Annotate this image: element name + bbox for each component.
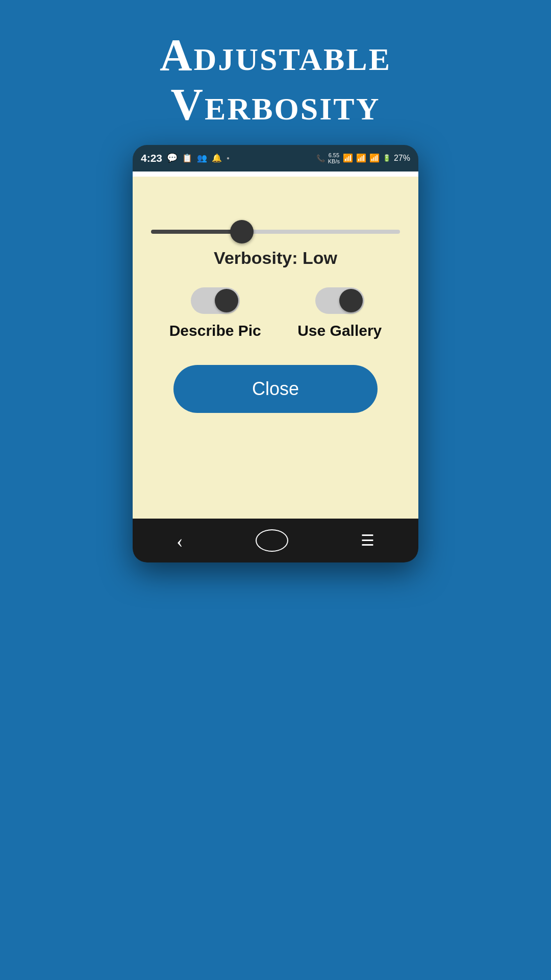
verbosity-label: Verbosity: Low	[214, 248, 337, 268]
dot-icon: ●	[227, 155, 230, 161]
whatsapp-icon: 💬	[167, 153, 178, 163]
speed-display: 6.55 KB/s	[328, 152, 340, 164]
use-gallery-toggle[interactable]	[315, 287, 364, 314]
use-gallery-label: Use Gallery	[297, 322, 382, 339]
status-time: 4:23	[141, 152, 162, 164]
title-section: Adjustable Verbosity	[0, 0, 551, 145]
describe-pic-knob	[215, 289, 238, 312]
describe-pic-toggle-item: Describe Pic	[169, 287, 261, 339]
teams-icon: 👥	[197, 153, 207, 163]
battery-icon: 🔋	[383, 154, 391, 162]
toggles-section: Describe Pic Use Gallery	[151, 287, 400, 339]
status-bar-left: 4:23 💬 📋 👥 🔔 ●	[141, 152, 230, 164]
calendar-icon: 📋	[182, 153, 192, 163]
close-button[interactable]: Close	[173, 365, 378, 413]
phone-mockup: 4:23 💬 📋 👥 🔔 ● 📞 6.55 KB/s 📶 📶 📶 🔋 27%	[133, 145, 418, 562]
use-gallery-toggle-item: Use Gallery	[297, 287, 382, 339]
page-wrapper: Adjustable Verbosity 4:23 💬 📋 👥 🔔 ● 📞 6.…	[0, 0, 551, 980]
status-bar: 4:23 💬 📋 👥 🔔 ● 📞 6.55 KB/s 📶 📶 📶 🔋 27%	[133, 145, 418, 172]
page-title: Adjustable Verbosity	[31, 31, 520, 130]
signal-icon: 📶	[356, 153, 366, 163]
back-button[interactable]: ‹	[161, 524, 198, 557]
describe-pic-label: Describe Pic	[169, 322, 261, 339]
bottom-blue-space	[0, 562, 551, 980]
use-gallery-knob	[339, 289, 363, 312]
app-content: Verbosity: Low Describe Pic Use Gallery	[133, 177, 418, 519]
verbosity-slider[interactable]	[151, 230, 400, 234]
slider-wrapper	[151, 222, 400, 241]
slider-section: Verbosity: Low	[151, 222, 400, 268]
status-bar-right: 📞 6.55 KB/s 📶 📶 📶 🔋 27%	[316, 152, 410, 164]
white-separator	[133, 172, 418, 177]
battery-percent: 27%	[394, 154, 410, 163]
menu-button[interactable]: ☰	[345, 526, 390, 554]
describe-pic-toggle[interactable]	[191, 287, 240, 314]
signal2-icon: 📶	[369, 153, 380, 163]
bell-icon: 🔔	[212, 153, 222, 163]
nav-bar: ‹ ☰	[133, 519, 418, 562]
wifi-icon: 📶	[343, 153, 353, 163]
home-button[interactable]	[256, 529, 288, 552]
call-icon: 📞	[316, 154, 325, 162]
